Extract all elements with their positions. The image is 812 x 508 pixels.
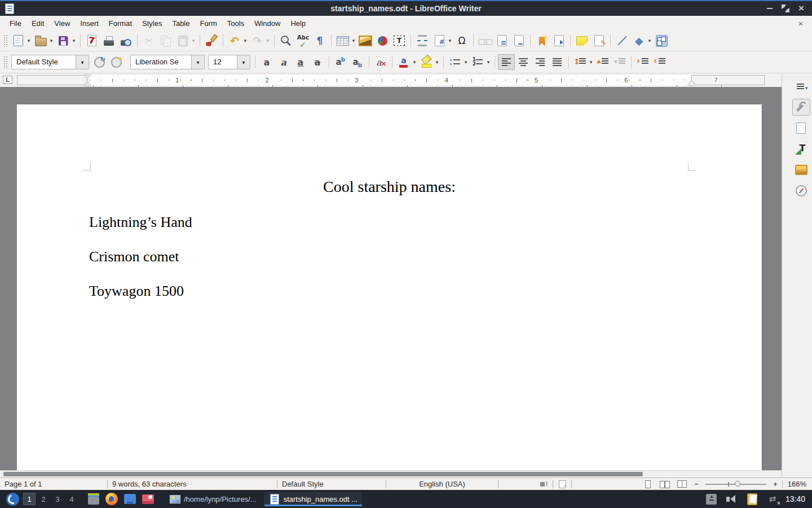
font-size-value[interactable]: 12 xyxy=(209,55,237,69)
volume-icon[interactable] xyxy=(724,492,740,506)
menu-file[interactable]: File xyxy=(5,17,27,30)
new-style-button[interactable] xyxy=(108,54,125,70)
task-window-button[interactable]: startship_names.odt ... xyxy=(264,492,363,506)
workspace-1[interactable]: 1 xyxy=(23,493,36,505)
toolbar-grip[interactable] xyxy=(3,56,7,68)
document-page[interactable]: Cool starship names: Lightning’s HandCri… xyxy=(17,104,762,470)
insert-mode-button[interactable] xyxy=(536,478,551,491)
workspace-3[interactable]: 3 xyxy=(51,493,64,505)
superscript-button[interactable] xyxy=(332,54,349,70)
insert-endnote-button[interactable] xyxy=(510,33,527,49)
export-pdf-button[interactable] xyxy=(83,33,100,49)
workspace-2[interactable]: 2 xyxy=(37,493,50,505)
sb-properties-button[interactable] xyxy=(792,99,810,116)
menu-table[interactable]: Table xyxy=(167,17,195,30)
document-heading[interactable]: Cool starship names: xyxy=(17,178,762,196)
clock[interactable]: 13:40 xyxy=(783,494,807,503)
align-center-button[interactable] xyxy=(515,54,532,70)
tab-stop-type-selector[interactable]: L xyxy=(3,76,12,84)
special-character-button[interactable] xyxy=(453,33,470,49)
word-count-status[interactable]: 9 words, 63 characters xyxy=(108,480,277,488)
print-preview-button[interactable] xyxy=(117,33,134,49)
formatting-marks-button[interactable] xyxy=(311,33,328,49)
multi-page-view-button[interactable] xyxy=(657,478,673,491)
open-file-dropdown-arrow[interactable] xyxy=(49,38,54,43)
bullet-list-button[interactable] xyxy=(447,54,469,70)
strikethrough-button[interactable] xyxy=(309,54,326,70)
applications-menu-icon[interactable] xyxy=(5,492,20,506)
close-document-button[interactable]: × xyxy=(796,19,805,28)
right-indent-marker[interactable] xyxy=(688,77,695,85)
sb-gallery-button[interactable] xyxy=(792,161,810,178)
workspace-4[interactable]: 4 xyxy=(65,493,78,505)
font-color-dropdown-arrow[interactable] xyxy=(412,59,417,65)
selection-mode-button[interactable] xyxy=(554,478,570,491)
toolbar-grip[interactable] xyxy=(3,34,7,47)
spelling-button[interactable] xyxy=(294,33,311,49)
firefox-icon[interactable] xyxy=(104,492,120,506)
highlight-color-button[interactable] xyxy=(418,54,440,70)
clone-formatting-button[interactable] xyxy=(203,33,220,49)
book-view-button[interactable] xyxy=(674,478,690,491)
document-paragraph[interactable]: Crismon comet xyxy=(89,248,179,265)
sb-styles-button[interactable] xyxy=(792,141,810,157)
page-style-status[interactable]: Default Style xyxy=(277,480,386,488)
line-spacing-dropdown-arrow[interactable] xyxy=(589,59,593,65)
update-style-button[interactable] xyxy=(91,54,108,70)
insert-table-button[interactable] xyxy=(334,33,357,49)
italic-button[interactable] xyxy=(275,54,292,70)
para-space-increase-button[interactable] xyxy=(594,54,611,70)
single-page-view-button[interactable] xyxy=(640,478,656,491)
insert-chart-button[interactable] xyxy=(374,33,391,49)
file-manager-icon[interactable] xyxy=(122,492,138,506)
paste-dropdown-arrow[interactable] xyxy=(191,38,196,43)
basic-shapes-button[interactable] xyxy=(630,33,653,49)
undo-button[interactable] xyxy=(226,33,249,49)
archive-app-icon[interactable] xyxy=(86,492,102,506)
font-name-dropdown[interactable] xyxy=(191,55,204,69)
insert-footnote-button[interactable] xyxy=(493,33,510,49)
font-name-value[interactable]: Liberation Se xyxy=(131,55,191,69)
menu-format[interactable]: Format xyxy=(104,17,137,30)
horizontal-scrollbar-thumb[interactable] xyxy=(3,472,643,476)
menu-help[interactable]: Help xyxy=(285,17,311,30)
page-break-button[interactable] xyxy=(414,33,431,49)
horizontal-ruler[interactable]: 1234567 xyxy=(17,75,765,85)
zoom-slider-knob[interactable] xyxy=(735,481,740,487)
draw-functions-button[interactable] xyxy=(653,33,670,49)
insert-image-button[interactable] xyxy=(357,33,374,49)
font-name-combo[interactable]: Liberation Se xyxy=(130,55,205,69)
track-changes-button[interactable] xyxy=(590,33,607,49)
line-spacing-button[interactable] xyxy=(572,54,594,70)
insert-bookmark-button[interactable] xyxy=(533,33,550,49)
redo-dropdown-arrow[interactable] xyxy=(266,38,270,43)
eject-icon[interactable] xyxy=(704,492,720,506)
doc-modified-button[interactable] xyxy=(573,478,589,491)
menu-styles[interactable]: Styles xyxy=(137,17,167,30)
menu-form[interactable]: Form xyxy=(195,17,222,30)
sidebar-settings-button[interactable] xyxy=(792,78,810,95)
document-paragraph[interactable]: Lightning’s Hand xyxy=(89,214,192,231)
document-area[interactable]: Cool starship names: Lightning’s HandCri… xyxy=(0,87,782,470)
clipboard-icon[interactable] xyxy=(744,492,760,506)
open-file-button[interactable] xyxy=(32,33,55,49)
print-button[interactable] xyxy=(100,33,117,49)
save-button[interactable] xyxy=(55,33,77,49)
menu-edit[interactable]: Edit xyxy=(27,17,49,30)
numbered-list-button[interactable] xyxy=(469,54,492,70)
document-paragraph[interactable]: Toywagon 1500 xyxy=(89,283,184,300)
bold-button[interactable] xyxy=(258,54,275,70)
language-status[interactable]: English (USA) xyxy=(386,480,498,488)
title-bar[interactable]: startship_names.odt - LibreOffice Writer xyxy=(0,0,812,16)
new-document-dropdown-arrow[interactable] xyxy=(27,38,31,43)
subscript-button[interactable] xyxy=(349,54,366,70)
minimize-button[interactable] xyxy=(766,5,774,12)
menu-tools[interactable]: Tools xyxy=(222,17,249,30)
zoom-out-icon[interactable] xyxy=(690,479,703,489)
zoom-slider[interactable] xyxy=(705,484,766,485)
indent-decrease-button[interactable] xyxy=(651,54,668,70)
clear-formatting-button[interactable] xyxy=(372,54,389,70)
paragraph-style-dropdown[interactable] xyxy=(76,55,89,69)
sb-navigator-button[interactable] xyxy=(792,182,810,199)
align-justify-button[interactable] xyxy=(549,54,566,70)
